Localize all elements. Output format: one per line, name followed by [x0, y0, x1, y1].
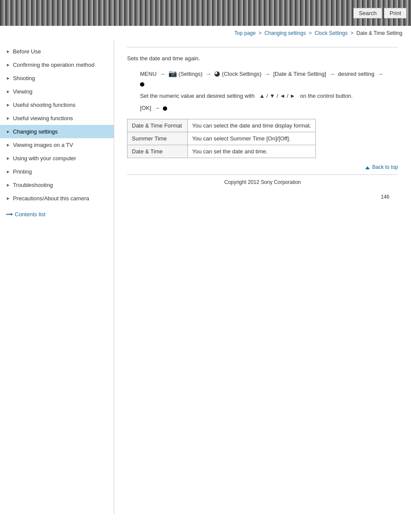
arrow-icon: ►: [6, 129, 10, 134]
table-cell-key: Date & Time Format: [128, 119, 188, 132]
table-cell-value: You can set the date and time.: [188, 145, 316, 158]
breadcrumb-clock-settings[interactable]: Clock Settings: [314, 30, 348, 36]
sidebar-item-before-use[interactable]: ► Before Use: [0, 45, 114, 58]
breadcrumb-current: Date & Time Setting: [356, 30, 402, 36]
table-cell-value: You can select the date and time display…: [188, 119, 316, 132]
instruction-step-3: [OK] →: [140, 103, 398, 113]
arrow-icon: ►: [6, 103, 10, 107]
sidebar-item-label: Changing settings: [13, 128, 109, 135]
breadcrumb-top-page[interactable]: Top page: [234, 30, 255, 36]
arrow-icon: ►: [6, 143, 10, 147]
sidebar-item-label: Viewing: [13, 88, 109, 95]
sidebar-item-label: Before Use: [13, 48, 109, 55]
sidebar-item-label: Useful shooting functions: [13, 102, 109, 108]
sidebar-item-using-computer[interactable]: ► Using with your computer: [0, 152, 114, 165]
top-divider: [127, 47, 398, 47]
header-buttons: Search Print: [353, 8, 407, 19]
back-to-top: Back to top: [127, 164, 398, 170]
table-row: Summer Time You can select Summer Time […: [128, 132, 316, 145]
sidebar-item-label: Shooting: [13, 75, 109, 81]
sidebar-item-viewing-tv[interactable]: ► Viewing images on a TV: [0, 138, 114, 152]
table-cell-value: You can select Summer Time [On]/[Off].: [188, 132, 316, 145]
back-to-top-label: Back to top: [372, 164, 398, 170]
sidebar-item-label: Viewing images on a TV: [13, 142, 109, 148]
arrow-icon: ►: [6, 76, 10, 81]
instruction-block: MENU → 📷 (Settings) → ◕ (Clock Settings)…: [140, 68, 398, 113]
sidebar-item-label: Precautions/About this camera: [13, 195, 109, 202]
sidebar-item-label: Using with your computer: [13, 155, 109, 162]
table-cell-key: Summer Time: [128, 132, 188, 145]
sidebar-item-troubleshooting[interactable]: ► Troubleshooting: [0, 178, 114, 192]
settings-icon: 📷: [168, 70, 177, 77]
sidebar-item-label: Printing: [13, 168, 109, 175]
intro-text: Sets the date and time again.: [127, 55, 398, 62]
sidebar-item-precautions[interactable]: ► Precautions/About this camera: [0, 192, 114, 205]
sidebar-item-useful-viewing[interactable]: ► Useful viewing functions: [0, 112, 114, 125]
sidebar-item-printing[interactable]: ► Printing: [0, 165, 114, 178]
sidebar: ► Before Use ► Confirming the operation …: [0, 40, 114, 514]
table-row: Date & Time Format You can select the da…: [128, 119, 316, 132]
arrow-icon: ►: [6, 116, 10, 121]
breadcrumb: Top page > Changing settings > Clock Set…: [0, 26, 411, 40]
page-header: Search Print: [0, 0, 411, 26]
arrow-icon: ►: [6, 49, 10, 54]
contents-list-arrow-icon: [6, 212, 13, 217]
arrow-icon: ►: [6, 156, 10, 161]
back-to-top-link[interactable]: Back to top: [365, 164, 398, 170]
table-cell-key: Date & Time: [128, 145, 188, 158]
arrow-icon: ►: [6, 62, 10, 67]
contents-list-label: Contents list: [15, 211, 46, 218]
footer: Copyright 2012 Sony Corporation: [127, 175, 398, 190]
arrow-icon: ►: [6, 183, 10, 187]
settings-table: Date & Time Format You can select the da…: [127, 119, 316, 158]
sidebar-item-viewing[interactable]: ► Viewing: [0, 85, 114, 98]
breadcrumb-changing-settings[interactable]: Changing settings: [265, 30, 306, 36]
triangle-up-icon: [365, 166, 370, 169]
sidebar-item-shooting[interactable]: ► Shooting: [0, 72, 114, 85]
bullet-icon-2: [163, 106, 167, 111]
search-button[interactable]: Search: [353, 8, 382, 19]
sidebar-item-label: Confirming the operation method: [13, 62, 109, 68]
main-layout: ► Before Use ► Confirming the operation …: [0, 40, 411, 514]
table-row: Date & Time You can set the date and tim…: [128, 145, 316, 158]
contents-list-link[interactable]: Contents list: [0, 207, 114, 222]
clock-icon: ◕: [214, 70, 220, 77]
print-button[interactable]: Print: [384, 8, 407, 19]
bullet-icon: [140, 82, 144, 87]
sidebar-item-confirming-operation[interactable]: ► Confirming the operation method: [0, 58, 114, 72]
arrow-icon: ►: [6, 89, 10, 94]
sidebar-item-label: Troubleshooting: [13, 182, 109, 188]
instruction-step-2: Set the numeric value and desired settin…: [140, 91, 398, 101]
page-number: 146: [127, 190, 398, 204]
copyright-text: Copyright 2012 Sony Corporation: [224, 179, 301, 185]
content-area: Sets the date and time again. MENU → 📷 (…: [114, 40, 411, 514]
instruction-step-1: MENU → 📷 (Settings) → ◕ (Clock Settings)…: [140, 68, 398, 89]
sidebar-item-changing-settings[interactable]: ► Changing settings: [0, 125, 114, 138]
sidebar-item-label: Useful viewing functions: [13, 115, 109, 121]
arrow-icon: ►: [6, 196, 10, 201]
arrow-icon: ►: [6, 169, 10, 174]
sidebar-item-useful-shooting[interactable]: ► Useful shooting functions: [0, 98, 114, 112]
